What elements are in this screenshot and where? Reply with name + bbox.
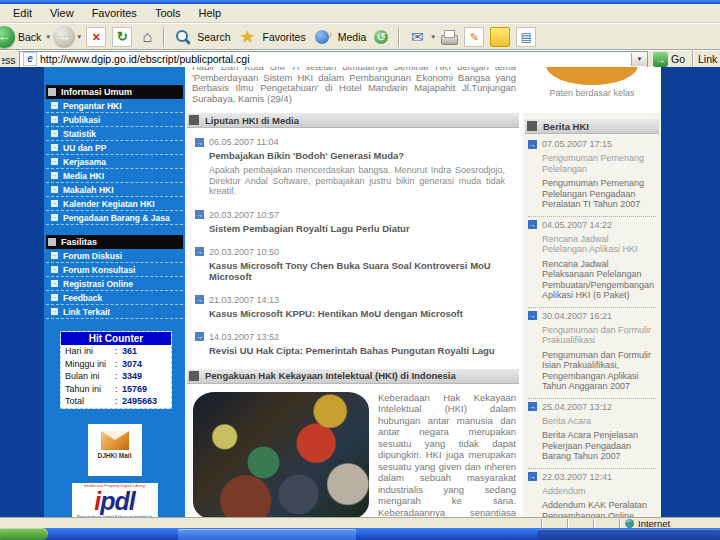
hit-label: Bulan ini: [65, 371, 115, 381]
menu-tools[interactable]: Tools: [146, 5, 190, 21]
berita-title-link[interactable]: Addendum KAK Peralatan Pengembangan Onli…: [542, 500, 656, 517]
patent-chart-box: Paten berdasar kelas: [523, 67, 661, 113]
arrow-icon: [528, 220, 537, 229]
sidebar-item-label: Link Terkait: [63, 307, 110, 317]
search-button[interactable]: Search: [170, 28, 233, 46]
ipdl-logo[interactable]: Intellectual Property Digital Library ip…: [72, 483, 158, 518]
taskbar-window-button[interactable]: [178, 529, 356, 540]
news-title-link[interactable]: Kasus Microsoft KPPU: Hentikan MoU denga…: [209, 308, 503, 319]
djhki-mail-logo[interactable]: DJHKI Mail: [88, 424, 142, 476]
berita-category-link[interactable]: Addendum: [542, 486, 656, 497]
news-item: 14.03.2007 13:52 Revisi UU Hak Cipta: Pe…: [195, 332, 515, 356]
sidebar-item-makalah-hki[interactable]: Makalah HKI: [46, 183, 183, 197]
menu-favorites[interactable]: Favorites: [83, 5, 146, 21]
history-button[interactable]: [373, 28, 391, 46]
favorites-button[interactable]: Favorites: [236, 28, 309, 46]
address-dropdown-icon[interactable]: [631, 53, 647, 66]
arrow-icon: [51, 158, 58, 165]
section-header-pengakuan-hki: Pengakuan Hak Kekayaan Intelektual (HKI)…: [187, 369, 519, 384]
hit-value: 2495663: [122, 396, 157, 406]
hit-label: Tahun ini: [65, 384, 115, 394]
berita-list: 07.05.2007 17:15 Pengumuman Pemenang Pel…: [523, 134, 661, 517]
address-input[interactable]: [40, 53, 631, 66]
berita-category-link[interactable]: Berita Acara: [542, 416, 656, 427]
forward-dropdown-icon[interactable]: [76, 34, 82, 40]
sidebar-item-kalender-kegiatan-hki[interactable]: Kalender Kegiatan HKI: [46, 197, 183, 211]
section-title: Liputan HKI di Media: [205, 115, 299, 126]
berita-title-link[interactable]: Pengumuman Pemenang Pelelangan Pengadaan…: [542, 178, 656, 210]
sidebar-item-label: Pengadaan Barang & Jasa: [63, 213, 170, 223]
arrow-icon: [528, 402, 537, 411]
sidebar-item-link-terkait[interactable]: Link Terkait: [46, 305, 183, 319]
mail-dropdown-icon[interactable]: [430, 34, 436, 40]
article: Keberadaan Hak Kekayaan Intelektual (HKI…: [193, 392, 516, 518]
sidebar-item-pengantar-hki[interactable]: Pengantar HKI: [46, 99, 183, 113]
sidebar-item-label: UU dan PP: [63, 143, 106, 153]
back-dropdown-icon[interactable]: [45, 34, 51, 40]
taskbar-window-button-active[interactable]: [537, 529, 720, 540]
section-header-liputan: Liputan HKI di Media: [187, 113, 519, 128]
colon: :: [115, 346, 122, 356]
berita-category-link[interactable]: Pengumuman dan Formulir Prakualifikasi: [542, 325, 656, 346]
sidebar-item-statistik[interactable]: Statistik: [46, 127, 183, 141]
status-bar: Internet: [0, 517, 720, 528]
menu-view[interactable]: View: [41, 5, 83, 21]
arrow-icon: [528, 140, 537, 149]
news-title-link[interactable]: Pembajakan Bikin 'Bodoh' Generasi Muda?: [209, 150, 503, 161]
berita-title-link[interactable]: Rencana Jadwal Pelaksanaan Pelelangan Pe…: [542, 259, 656, 301]
pie-chart-fragment: [546, 67, 638, 85]
section-title: Berita HKI: [543, 121, 589, 132]
djhki-mail-label: DJHKI Mail: [88, 452, 142, 459]
news-date: 14.03.2007 13:52: [209, 332, 279, 342]
back-button[interactable]: Back: [1, 26, 51, 48]
print-button[interactable]: [440, 28, 458, 46]
back-icon: [0, 26, 15, 48]
discuss-button[interactable]: [516, 27, 536, 47]
security-zone-panel: Internet: [619, 519, 720, 528]
menu-help[interactable]: Help: [190, 5, 231, 21]
refresh-button[interactable]: [112, 27, 132, 47]
sidebar-item-feedback[interactable]: Feedback: [46, 291, 183, 305]
news-title-link[interactable]: Kasus Microsoft Tony Chen Buka Suara Soa…: [209, 260, 503, 282]
sidebar-item-label: Statistik: [63, 129, 96, 139]
ipdl-rest: pdl: [100, 487, 135, 515]
sidebar-item-forum-diskusi[interactable]: Forum Diskusi: [46, 249, 183, 263]
sidebar-item-kerjasama[interactable]: Kerjasama: [46, 155, 183, 169]
links-toolbar-label[interactable]: Links: [698, 53, 718, 65]
sidebar-item-publikasi[interactable]: Publikasi: [46, 113, 183, 127]
sidebar-item-uu-dan-pp[interactable]: UU dan PP: [46, 141, 183, 155]
go-button[interactable]: Go: [653, 52, 685, 67]
media-button[interactable]: Media: [311, 28, 370, 46]
berita-title-link[interactable]: Pengumuman dan Formulir Isian Prakualifi…: [542, 350, 656, 392]
berita-item: 30.04.2007 16:21 Pengumuman dan Formulir…: [528, 308, 656, 399]
messenger-button[interactable]: [490, 27, 510, 47]
home-button[interactable]: [138, 28, 156, 46]
news-title-link[interactable]: Sistem Pembagian Royalti Lagu Perlu Diat…: [209, 223, 503, 234]
menu-edit[interactable]: Edit: [4, 5, 41, 21]
sidebar-header-label: Informasi Umum: [61, 87, 132, 97]
berita-item: 25.04.2007 13:12 Berita Acara Berita Aca…: [528, 399, 656, 469]
sidebar-item-media-hki[interactable]: Media HKI: [46, 169, 183, 183]
forward-button[interactable]: [53, 26, 82, 48]
edit-button[interactable]: [464, 27, 484, 47]
go-arrow-icon: [653, 52, 668, 67]
news-item: 21.03.2007 14:13 Kasus Microsoft KPPU: H…: [195, 295, 515, 319]
address-field[interactable]: [19, 51, 648, 68]
sidebar-item-pengadaan-barang-jasa[interactable]: Pengadaan Barang & Jasa: [46, 211, 183, 225]
news-date: 20.03.2007 10:50: [209, 247, 279, 257]
berita-category-link[interactable]: Rencana Jadwal Pelelangan Aplikasi HKI: [542, 234, 656, 255]
stop-button[interactable]: [86, 27, 106, 47]
berita-category-link[interactable]: Pengumuman Pemenang Pelelangan: [542, 153, 656, 174]
mail-icon: [408, 28, 426, 46]
berita-title-link[interactable]: Berita Acara Penjelasan Pekerjaan Pengad…: [542, 430, 656, 462]
sidebar-item-registrasi-online[interactable]: Registrasi Online: [46, 277, 183, 291]
sidebar-item-forum-konsultasi[interactable]: Forum Konsultasi: [46, 263, 183, 277]
news-date: 21.03.2007 14:13: [209, 295, 279, 305]
news-title-link[interactable]: Revisi UU Hak Cipta: Pemerintah Bahas Pu…: [209, 345, 503, 356]
hit-counter-title: Hit Counter: [61, 332, 171, 345]
colon: :: [115, 384, 122, 394]
arrow-icon: [51, 116, 58, 123]
article-collage-image: [193, 392, 369, 518]
start-button[interactable]: [0, 528, 48, 540]
mail-button[interactable]: [405, 28, 436, 46]
